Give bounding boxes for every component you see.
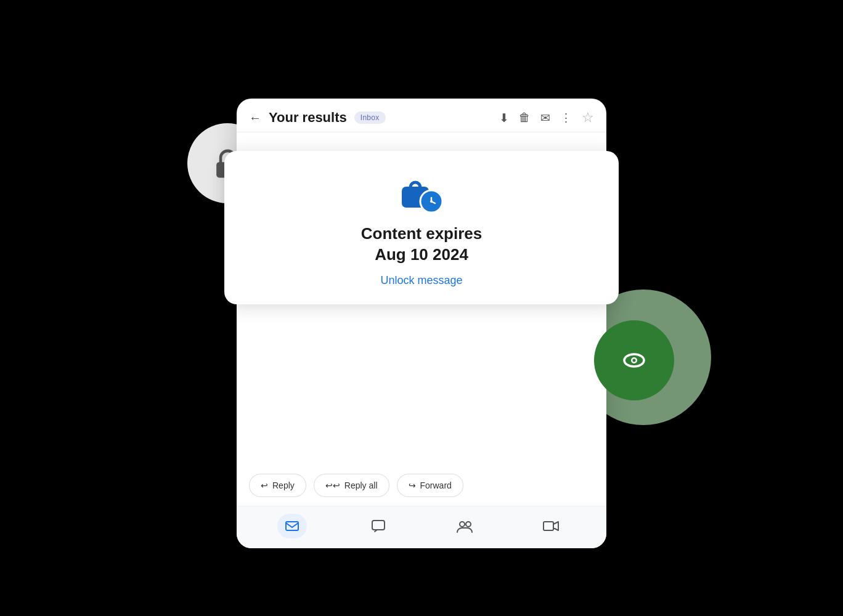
- bag-clock-icon: [397, 171, 446, 214]
- download-icon[interactable]: ⬇: [499, 111, 509, 125]
- svg-rect-7: [372, 521, 385, 530]
- expiry-title-line2: Aug 10 2024: [375, 245, 468, 264]
- eye-icon: [617, 343, 651, 378]
- expiry-icon-composite: [397, 171, 446, 214]
- svg-point-5: [633, 359, 636, 362]
- mail-nav-icon: [285, 519, 299, 533]
- video-nav-icon: [543, 519, 559, 533]
- reply-label: Reply: [272, 480, 295, 490]
- action-buttons: ↩ Reply ↩↩ Reply all ↪ Forward: [237, 465, 606, 506]
- email-header-right: ⬇ 🗑 ✉ ⋮ ☆: [499, 110, 594, 126]
- scene: ← Your results Inbox ⬇ 🗑 ✉ ⋮ ☆ Hi Kim, T…: [206, 55, 637, 561]
- forward-label: Forward: [420, 480, 452, 490]
- inbox-badge: Inbox: [354, 111, 386, 124]
- delete-icon[interactable]: 🗑: [519, 111, 531, 124]
- star-icon[interactable]: ☆: [582, 110, 594, 126]
- expiry-title-line1: Content expires: [361, 224, 483, 243]
- email-header: ← Your results Inbox ⬇ 🗑 ✉ ⋮ ☆: [237, 99, 606, 132]
- unlock-link[interactable]: Unlock message: [380, 274, 462, 287]
- nav-chat[interactable]: [364, 514, 393, 538]
- reply-button[interactable]: ↩ Reply: [249, 474, 306, 497]
- reply-all-button[interactable]: ↩↩ Reply all: [314, 474, 389, 497]
- bottom-nav: [237, 506, 606, 548]
- nav-meet[interactable]: [450, 514, 479, 538]
- expiry-title: Content expires Aug 10 2024: [361, 224, 483, 265]
- forward-icon: ↪: [409, 480, 416, 490]
- forward-button[interactable]: ↪ Forward: [397, 474, 463, 497]
- svg-rect-6: [286, 522, 298, 530]
- meet-nav-icon: [457, 519, 473, 533]
- svg-point-9: [466, 522, 471, 527]
- more-icon[interactable]: ⋮: [560, 111, 572, 125]
- svg-point-16: [430, 200, 433, 203]
- nav-mail[interactable]: [277, 514, 307, 538]
- reply-icon: ↩: [261, 480, 268, 490]
- svg-rect-10: [544, 522, 553, 530]
- back-button[interactable]: ←: [249, 111, 261, 125]
- email-header-left: ← Your results Inbox: [249, 110, 386, 126]
- expiry-card: Content expires Aug 10 2024 Unlock messa…: [224, 151, 619, 304]
- chat-nav-icon: [371, 519, 386, 533]
- email-subject: Your results: [269, 110, 347, 126]
- svg-point-8: [460, 522, 465, 527]
- mark-unread-icon[interactable]: ✉: [540, 111, 550, 125]
- reply-all-icon: ↩↩: [325, 480, 340, 490]
- eye-circle: [594, 320, 674, 400]
- reply-all-label: Reply all: [344, 480, 378, 490]
- nav-video[interactable]: [536, 514, 566, 538]
